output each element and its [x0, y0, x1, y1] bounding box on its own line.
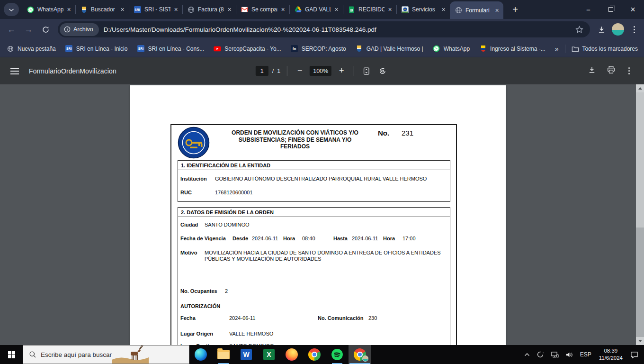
pdf-more-button[interactable]: [626, 67, 632, 74]
bookmark-label: Ingreso al Sistema -...: [490, 46, 546, 52]
tray-chevron-up[interactable]: [521, 345, 533, 364]
taskbar-edge[interactable]: [189, 345, 212, 364]
profile-badge: [362, 355, 368, 362]
taskbar-search[interactable]: Escribe aquí para buscar: [23, 345, 189, 364]
tab-whatsapp[interactable]: WhatsApp ×: [22, 0, 75, 19]
tray-sync-icon-button[interactable]: [533, 345, 547, 364]
close-window-button[interactable]: ×: [622, 0, 644, 19]
pdf-scrollbar[interactable]: [636, 84, 644, 345]
taskbar-spotify[interactable]: [326, 345, 349, 364]
taskbar-word[interactable]: W: [235, 345, 258, 364]
bookmark-label: Nueva pestaña: [18, 46, 56, 52]
bookmark-label: GAD | Valle Hermoso |: [367, 46, 423, 52]
language-indicator[interactable]: ESP: [577, 345, 595, 364]
close-icon[interactable]: ×: [118, 6, 126, 14]
forward-button[interactable]: →: [20, 21, 36, 37]
tab-servicios[interactable]: Servicios ×: [396, 0, 450, 19]
all-bookmarks-button[interactable]: Todos los marcadores: [572, 45, 638, 53]
taskbar-excel[interactable]: X: [258, 345, 280, 364]
restore-button[interactable]: [599, 0, 622, 19]
close-icon[interactable]: ×: [439, 6, 447, 14]
tab-sri-sistema[interactable]: SRI SRI - SISTE ×: [129, 0, 182, 19]
close-icon[interactable]: ×: [225, 6, 233, 14]
clock-date: 11/6/2024: [599, 355, 623, 362]
scroll-up-button[interactable]: [636, 84, 644, 92]
cge-icon: [401, 6, 409, 13]
zoom-level[interactable]: 100%: [310, 66, 331, 76]
start-button[interactable]: [0, 345, 23, 364]
reload-button[interactable]: [37, 21, 54, 37]
zoom-in-button[interactable]: +: [336, 65, 347, 77]
bookmarks-overflow-button[interactable]: »: [555, 45, 559, 53]
pdf-right-controls: [588, 65, 632, 76]
tray-volume-button[interactable]: [562, 345, 577, 364]
field-ciudad: Ciudad SANTO DOMINGO: [180, 222, 447, 228]
bookmark-nueva-pestana[interactable]: Nueva pestaña: [7, 45, 56, 53]
chevron-up-icon: [524, 353, 530, 356]
fit-page-button[interactable]: [361, 65, 372, 77]
tab-title: WhatsApp: [37, 6, 63, 13]
bookmark-whatsapp[interactable]: WhatsApp: [433, 45, 470, 53]
bookmark-sercop-youtube[interactable]: SercopCapacita - Yo...: [214, 45, 281, 53]
close-icon[interactable]: ×: [279, 6, 287, 14]
pdf-download-button[interactable]: [588, 66, 596, 76]
close-icon[interactable]: ×: [65, 6, 73, 14]
bookmark-star-icon[interactable]: [575, 25, 584, 34]
profile-avatar[interactable]: [612, 23, 624, 36]
globe-icon: [187, 6, 195, 13]
field-vigencia: Fecha de Vigencia Desde 2024-06-11 Hora …: [180, 236, 447, 242]
tab-factura[interactable]: Factura (8 ×: [182, 0, 236, 19]
taskbar-file-explorer[interactable]: [212, 345, 235, 364]
tab-title: Formulari: [465, 7, 492, 14]
close-icon[interactable]: ×: [332, 6, 340, 14]
close-icon[interactable]: ×: [493, 6, 501, 14]
pdf-viewport[interactable]: ORDEN DE MOVILIZACIÓN CON VIÁTICOS Y/O S…: [0, 84, 644, 345]
bookmark-ingreso-sistema[interactable]: Ingreso al Sistema -...: [479, 45, 546, 53]
document-header: ORDEN DE MOVILIZACIÓN CON VIÁTICOS Y/O S…: [171, 125, 456, 160]
sri-icon: SRI: [65, 45, 73, 53]
system-tray: ESP 08:39 11/6/2024: [521, 345, 644, 364]
address-bar[interactable]: Archivo D:/Users/Master/Downloads/Formul…: [58, 21, 590, 37]
tab-sheets[interactable]: RECIBIDO ×: [343, 0, 396, 19]
action-center-button[interactable]: [627, 345, 644, 364]
file-scheme-chip[interactable]: Archivo: [60, 23, 99, 36]
taskbar-chrome[interactable]: [303, 345, 326, 364]
tab-search-button[interactable]: [4, 3, 19, 16]
tab-formulario-active[interactable]: Formulari ×: [450, 1, 503, 19]
bookmark-sri-consultas[interactable]: SRI SRI en Línea - Cons...: [137, 45, 204, 53]
tab-drive[interactable]: GAD VALL ×: [289, 0, 343, 19]
search-icon: [29, 351, 36, 358]
minimize-button[interactable]: −: [577, 0, 599, 19]
pdf-menu-button[interactable]: [10, 68, 19, 74]
tray-network-button[interactable]: [547, 345, 562, 364]
tab-buscador[interactable]: Buscador ×: [75, 0, 129, 19]
field-motivo: Motivo MOVILIZACIÓN HACIA LA CIUDAD DE S…: [180, 250, 447, 262]
globe-icon: [7, 45, 14, 53]
back-button[interactable]: ←: [3, 21, 19, 37]
scrollbar-thumb[interactable]: [636, 92, 644, 228]
tab-title: SRI - SISTE: [144, 6, 170, 13]
close-icon[interactable]: ×: [172, 6, 180, 14]
bookmark-gad-valle-hermoso[interactable]: GAD | Valle Hermoso |: [356, 45, 423, 53]
bookmark-sri-inicio[interactable]: SRI SRI en Línea - Inicio: [65, 45, 128, 53]
page-number-input[interactable]: 1: [256, 66, 268, 76]
zoom-out-button[interactable]: −: [294, 65, 305, 77]
notification-icon: [630, 351, 638, 358]
bookmark-sercop[interactable]: fn SERCOP: Agosto: [291, 45, 346, 53]
taskbar-firefox[interactable]: [280, 345, 303, 364]
sercop-icon: fn: [291, 45, 298, 53]
chip-label: Archivo: [73, 26, 93, 33]
close-icon[interactable]: ×: [386, 6, 394, 14]
new-tab-button[interactable]: +: [508, 2, 522, 17]
fit-page-icon: [362, 67, 371, 75]
bookmark-label: SRI en Línea - Cons...: [148, 46, 204, 52]
downloads-button[interactable]: [594, 22, 609, 37]
rotate-button[interactable]: [377, 65, 388, 77]
taskbar-clock[interactable]: 08:39 11/6/2024: [595, 347, 627, 362]
all-bookmarks-label: Todos los marcadores: [582, 46, 638, 52]
taskbar-chrome-active[interactable]: [349, 345, 371, 364]
tab-gmail[interactable]: Se compar ×: [236, 0, 289, 19]
scroll-down-button[interactable]: [636, 337, 644, 345]
browser-menu-button[interactable]: [627, 26, 641, 33]
pdf-print-button[interactable]: [607, 65, 616, 76]
